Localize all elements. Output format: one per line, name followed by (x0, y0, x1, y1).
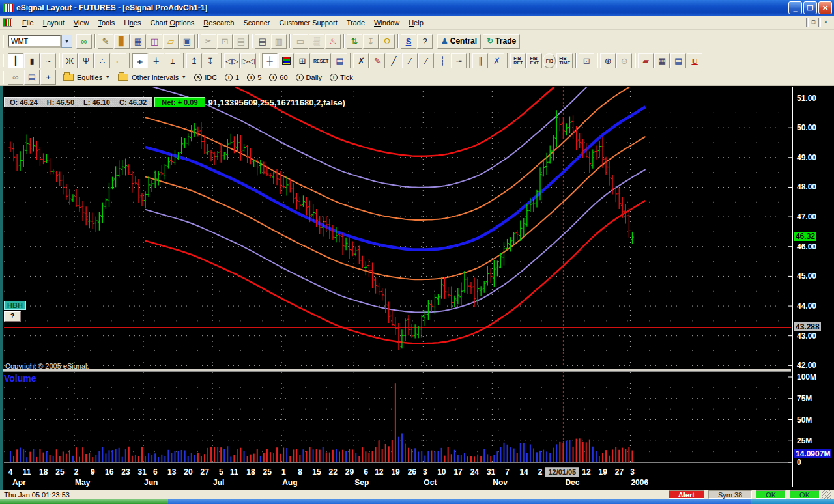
pencil-tool[interactable]: ✎ (369, 53, 385, 68)
download-icon[interactable]: ↧ (363, 34, 379, 49)
menu-scanner[interactable]: Scanner (238, 17, 274, 29)
mosaic-icon[interactable]: ▦ (654, 53, 670, 68)
remove-drawing-tool[interactable]: ✗ (353, 53, 369, 68)
restore-button[interactable]: ❐ (803, 1, 817, 14)
central-button[interactable]: ♟ Central (437, 34, 481, 49)
print-icon[interactable]: ▤ (255, 34, 270, 49)
symbol-dropdown-icon[interactable]: ▼ (61, 35, 72, 48)
shapes-icon[interactable]: ⊡ (579, 53, 594, 68)
sort-updown-icon[interactable]: ⇅ (347, 34, 362, 49)
hot-list-icon[interactable]: ♨ (325, 34, 341, 49)
start-button-edge[interactable] (0, 499, 168, 504)
fib-extension-icon[interactable]: FIB EXT (526, 53, 542, 68)
pane-divider[interactable] (3, 369, 791, 372)
color-bars-icon[interactable] (278, 53, 294, 68)
mdi-close-button[interactable]: × (820, 18, 831, 27)
point-figure-tool[interactable]: Ж (62, 53, 78, 68)
toolbar-grip[interactable] (3, 54, 5, 67)
underline-icon[interactable]: U (687, 53, 702, 68)
interval-daily[interactable]: IDaily (293, 74, 327, 81)
mdi-minimize-button[interactable]: _ (796, 18, 807, 27)
symbol-input[interactable] (8, 35, 61, 48)
menu-tools[interactable]: Tools (93, 17, 119, 29)
news-icon[interactable]: ▒ (309, 34, 324, 49)
fib-circle-icon[interactable]: FIB (543, 53, 556, 68)
equities-folder[interactable]: Equities ▼ (61, 74, 115, 81)
fib-retracement-icon[interactable]: FIB RET (510, 53, 526, 68)
watch-list-icon[interactable]: ◫ (147, 34, 162, 49)
parallel-lines-tool[interactable]: ∥ (472, 53, 488, 68)
extended-line-tool[interactable]: ⁄ (418, 53, 434, 68)
dot-chart-tool[interactable]: ∴ (94, 53, 110, 68)
symbol-link-icon[interactable]: ∞ (76, 34, 92, 49)
minimize-button[interactable]: _ (788, 1, 802, 14)
taskbar-tasks-edge[interactable] (168, 499, 751, 504)
page-properties-icon[interactable]: ▤ (24, 70, 40, 85)
service-idc[interactable]: SIDC (192, 74, 222, 81)
trendline-points-tool[interactable]: ∕ (402, 53, 418, 68)
menu-research[interactable]: Research (199, 17, 238, 29)
zoom-out-icon[interactable]: ⊖ (616, 53, 632, 68)
menu-window[interactable]: Window (369, 17, 404, 29)
cut-icon[interactable]: ✂ (201, 34, 216, 49)
resize-grip[interactable] (822, 490, 831, 499)
time-template-icon[interactable]: ⊞ (295, 53, 310, 68)
hbh-study-badge[interactable]: HBH (4, 301, 26, 310)
other-intervals-folder[interactable]: Other Intervals ▼ (115, 74, 192, 81)
menu-lines[interactable]: Lines (119, 17, 145, 29)
interval-tick[interactable]: ITick (327, 74, 358, 81)
print-preview-icon[interactable]: ▥ (271, 34, 287, 49)
toolbar-grip[interactable] (3, 35, 5, 48)
bar-down-tool[interactable]: ↧ (203, 53, 218, 68)
page-link-icon[interactable]: ∞ (8, 70, 23, 85)
alert-button[interactable]: Alert (669, 490, 704, 499)
close-button[interactable]: ✕ (818, 1, 832, 14)
menu-file[interactable]: File (18, 17, 38, 29)
ma-band-tool[interactable]: ± (165, 53, 180, 68)
paste-icon[interactable]: ▤ (233, 34, 249, 49)
toolbar-grip[interactable] (3, 71, 5, 84)
profile-tool[interactable]: Ψ (78, 53, 94, 68)
notes-icon[interactable]: ▤ (670, 53, 686, 68)
ma-center-tool[interactable]: ∔ (149, 53, 164, 68)
zoom-in-icon[interactable]: ⊕ (600, 53, 616, 68)
open-layout-icon[interactable]: ▱ (163, 34, 179, 49)
fib-time-icon[interactable]: FIB TIME (556, 53, 573, 68)
step-chart-tool[interactable]: ⌐ (111, 53, 126, 68)
mdi-restore-button[interactable]: □ (808, 18, 819, 27)
page-forward-icon[interactable]: ▷◁ (240, 53, 256, 68)
horizontal-line-tool[interactable]: ╼ (451, 53, 467, 68)
menu-help[interactable]: Help (404, 17, 428, 29)
page-back-icon[interactable]: ◁▷ (224, 53, 240, 68)
interval-5[interactable]: I5 (244, 74, 266, 81)
menu-trade[interactable]: Trade (342, 17, 369, 29)
bar-chart-tool[interactable]: ┠ (8, 53, 23, 68)
interval-1[interactable]: I1 (222, 74, 244, 81)
new-page-icon[interactable]: ✎ (98, 34, 113, 49)
interval-reset-icon[interactable]: RESET (311, 53, 331, 68)
line-chart-tool[interactable]: ~ (40, 53, 56, 68)
interval-60[interactable]: I60 (266, 74, 293, 81)
trendline-tool[interactable]: ╱ (386, 53, 401, 68)
save-layout-icon[interactable]: ▣ (179, 34, 195, 49)
candlestick-tool[interactable]: ▮ (24, 53, 40, 68)
chart-window-icon[interactable]: ▊ (114, 34, 130, 49)
quote-board-icon[interactable]: ▦ (130, 34, 146, 49)
ticker-icon[interactable]: ▭ (293, 34, 308, 49)
menu-view[interactable]: View (69, 17, 94, 29)
crosshair-tool[interactable]: ┼ (262, 53, 278, 68)
menu-customer-support[interactable]: Customer Support (274, 17, 341, 29)
ma-envelope-tool[interactable]: ∓ (132, 53, 148, 68)
help-button[interactable]: ? (4, 311, 21, 322)
menu-chart-options[interactable]: Chart Options (145, 17, 199, 29)
chart-properties-icon[interactable]: ▤ (332, 53, 347, 68)
menu-layout[interactable]: Layout (38, 17, 69, 29)
symbol-search-icon[interactable]: S (401, 34, 416, 49)
bar-up-tool[interactable]: ↥ (186, 53, 202, 68)
copy-icon[interactable]: ⊡ (217, 34, 233, 49)
taskbar-tray-edge[interactable] (751, 499, 834, 504)
chart-canvas[interactable] (3, 86, 834, 490)
vertical-line-tool[interactable]: ┆ (435, 53, 450, 68)
help-pointer-icon[interactable]: ? (417, 34, 433, 49)
add-page-icon[interactable]: + (40, 70, 56, 85)
